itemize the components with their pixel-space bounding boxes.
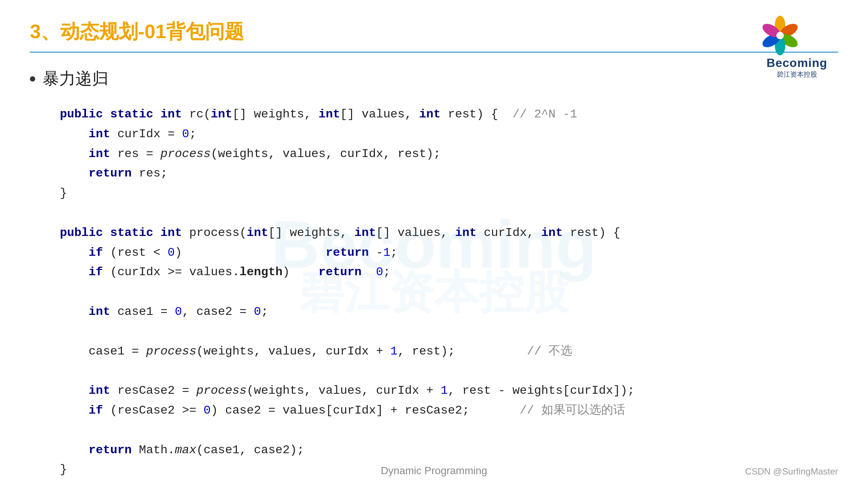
code-line-4: return res; [60, 164, 838, 184]
page-title: 3、动态规划-01背包问题 [30, 21, 244, 42]
code-line-16: if (resCase2 >= 0) case2 = values[curIdx… [60, 401, 838, 421]
bullet-text: 暴力递归 [43, 68, 109, 90]
code-line-3: int res = process(weights, values, curId… [60, 144, 838, 164]
kw-public-1: public [60, 105, 103, 125]
code-line-17 [60, 421, 838, 441]
slide-container: 3、动态规划-01背包问题 Becoming [0, 0, 868, 488]
code-line-10 [60, 282, 838, 302]
logo-graphic [756, 15, 804, 56]
code-line-6 [60, 203, 838, 223]
logo-area: Becoming 碧江资本控股 [756, 15, 838, 79]
code-line-8: if (rest < 0) return -1; [60, 243, 838, 263]
code-line-15: int resCase2 = process(weights, values, … [60, 381, 838, 401]
title-section: 3、动态规划-01背包问题 [30, 19, 838, 53]
code-line-7: public static int process(int[] weights,… [60, 223, 838, 243]
footer-center: Dynamic Programming [381, 465, 488, 477]
code-line-12 [60, 322, 838, 342]
bullet-dot [30, 76, 35, 82]
footer-right: CSDN @SurfingMaster [745, 466, 838, 477]
code-line-9: if (curIdx >= values.length) return 0; [60, 263, 838, 282]
code-line-18: return Math.max(case1, case2); [60, 441, 838, 460]
code-line-11: int case1 = 0, case2 = 0; [60, 302, 838, 322]
code-line-14 [60, 361, 838, 381]
code-line-1: public static int rc(int[] weights, int[… [60, 105, 838, 125]
code-line-5: } [60, 184, 838, 203]
logo-subtitle: 碧江资本控股 [756, 70, 838, 79]
bullet-section: 暴力递归 [30, 68, 838, 90]
svg-point-6 [776, 32, 784, 39]
code-block: public static int rc(int[] weights, int[… [60, 105, 838, 480]
title-bar: 3、动态规划-01背包问题 [30, 19, 838, 53]
code-line-2: int curIdx = 0; [60, 125, 838, 144]
logo-name: Becoming [756, 56, 838, 70]
code-line-13: case1 = process(weights, values, curIdx … [60, 342, 838, 362]
